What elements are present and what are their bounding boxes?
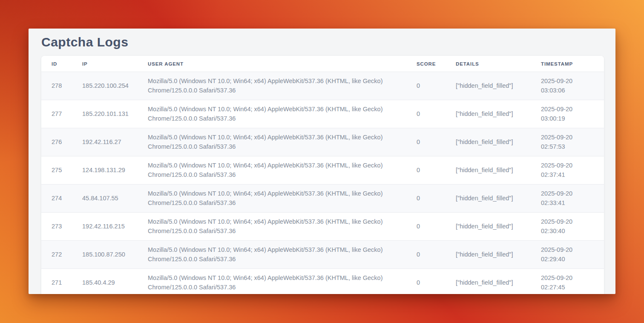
column-header-timestamp: TIMESTAMP bbox=[541, 56, 604, 72]
table-row: 273192.42.116.215Mozilla/5.0 (Windows NT… bbox=[41, 213, 604, 241]
table-header-row: ID IP USER AGENT SCORE DETAILS TIMESTAMP bbox=[41, 56, 604, 72]
cell-details: ["hidden_field_filled"] bbox=[456, 213, 541, 241]
cell-details: ["hidden_field_filled"] bbox=[456, 185, 541, 213]
cell-id: 278 bbox=[41, 72, 82, 100]
cell-details: ["hidden_field_filled"] bbox=[456, 269, 541, 294]
logs-table-body: 278185.220.100.254Mozilla/5.0 (Windows N… bbox=[41, 72, 604, 294]
cell-ip: 45.84.107.55 bbox=[82, 185, 148, 213]
page-background: { "header": { "title": "Captcha Logs" },… bbox=[0, 0, 644, 323]
cell-ip: 192.42.116.215 bbox=[82, 213, 148, 241]
cell-timestamp: 2025-09-20 02:27:45 bbox=[541, 269, 604, 294]
table-row: 278185.220.100.254Mozilla/5.0 (Windows N… bbox=[41, 72, 604, 100]
column-header-ip: IP bbox=[82, 56, 148, 72]
cell-id: 273 bbox=[41, 213, 82, 241]
cell-timestamp: 2025-09-20 02:29:40 bbox=[541, 241, 604, 269]
cell-score: 0 bbox=[417, 72, 456, 100]
cell-ip: 185.40.4.29 bbox=[82, 269, 148, 294]
column-header-details: DETAILS bbox=[456, 56, 541, 72]
cell-details: ["hidden_field_filled"] bbox=[456, 100, 541, 128]
column-header-user-agent: USER AGENT bbox=[148, 56, 417, 72]
table-row: 275124.198.131.29Mozilla/5.0 (Windows NT… bbox=[41, 156, 604, 185]
cell-score: 0 bbox=[417, 185, 456, 213]
captcha-logs-card: Captcha Logs ID IP USER AGENT SCORE DETA… bbox=[29, 29, 615, 294]
cell-id: 277 bbox=[41, 100, 82, 128]
table-row: 276192.42.116.27Mozilla/5.0 (Windows NT … bbox=[41, 128, 604, 156]
table-row: 272185.100.87.250Mozilla/5.0 (Windows NT… bbox=[41, 241, 604, 269]
cell-timestamp: 2025-09-20 02:37:41 bbox=[541, 156, 604, 185]
cell-user-agent: Mozilla/5.0 (Windows NT 10.0; Win64; x64… bbox=[148, 72, 417, 100]
page-title: Captcha Logs bbox=[41, 29, 604, 56]
cell-user-agent: Mozilla/5.0 (Windows NT 10.0; Win64; x64… bbox=[148, 156, 417, 185]
cell-user-agent: Mozilla/5.0 (Windows NT 10.0; Win64; x64… bbox=[148, 100, 417, 128]
cell-score: 0 bbox=[417, 241, 456, 269]
cell-score: 0 bbox=[417, 100, 456, 128]
cell-timestamp: 2025-09-20 02:30:40 bbox=[541, 213, 604, 241]
logs-table-container: ID IP USER AGENT SCORE DETAILS TIMESTAMP… bbox=[41, 56, 604, 294]
cell-id: 271 bbox=[41, 269, 82, 294]
cell-timestamp: 2025-09-20 02:33:41 bbox=[541, 185, 604, 213]
cell-details: ["hidden_field_filled"] bbox=[456, 128, 541, 156]
cell-details: ["hidden_field_filled"] bbox=[456, 72, 541, 100]
cell-ip: 185.220.100.254 bbox=[82, 72, 148, 100]
cell-id: 276 bbox=[41, 128, 82, 156]
cell-details: ["hidden_field_filled"] bbox=[456, 241, 541, 269]
cell-score: 0 bbox=[417, 156, 456, 185]
column-header-id: ID bbox=[41, 56, 82, 72]
table-header: ID IP USER AGENT SCORE DETAILS TIMESTAMP bbox=[41, 56, 604, 72]
cell-score: 0 bbox=[417, 269, 456, 294]
cell-id: 274 bbox=[41, 185, 82, 213]
cell-ip: 124.198.131.29 bbox=[82, 156, 148, 185]
table-row: 277185.220.101.131Mozilla/5.0 (Windows N… bbox=[41, 100, 604, 128]
cell-user-agent: Mozilla/5.0 (Windows NT 10.0; Win64; x64… bbox=[148, 128, 417, 156]
table-row: 271185.40.4.29Mozilla/5.0 (Windows NT 10… bbox=[41, 269, 604, 294]
cell-id: 272 bbox=[41, 241, 82, 269]
cell-user-agent: Mozilla/5.0 (Windows NT 10.0; Win64; x64… bbox=[148, 213, 417, 241]
column-header-score: SCORE bbox=[417, 56, 456, 72]
cell-user-agent: Mozilla/5.0 (Windows NT 10.0; Win64; x64… bbox=[148, 241, 417, 269]
cell-timestamp: 2025-09-20 03:03:06 bbox=[541, 72, 604, 100]
cell-ip: 185.100.87.250 bbox=[82, 241, 148, 269]
logs-table: ID IP USER AGENT SCORE DETAILS TIMESTAMP… bbox=[41, 56, 604, 294]
cell-id: 275 bbox=[41, 156, 82, 185]
cell-timestamp: 2025-09-20 02:57:53 bbox=[541, 128, 604, 156]
cell-score: 0 bbox=[417, 128, 456, 156]
cell-ip: 192.42.116.27 bbox=[82, 128, 148, 156]
cell-score: 0 bbox=[417, 213, 456, 241]
cell-user-agent: Mozilla/5.0 (Windows NT 10.0; Win64; x64… bbox=[148, 185, 417, 213]
cell-details: ["hidden_field_filled"] bbox=[456, 156, 541, 185]
table-row: 27445.84.107.55Mozilla/5.0 (Windows NT 1… bbox=[41, 185, 604, 213]
cell-user-agent: Mozilla/5.0 (Windows NT 10.0; Win64; x64… bbox=[148, 269, 417, 294]
cell-ip: 185.220.101.131 bbox=[82, 100, 148, 128]
cell-timestamp: 2025-09-20 03:00:19 bbox=[541, 100, 604, 128]
